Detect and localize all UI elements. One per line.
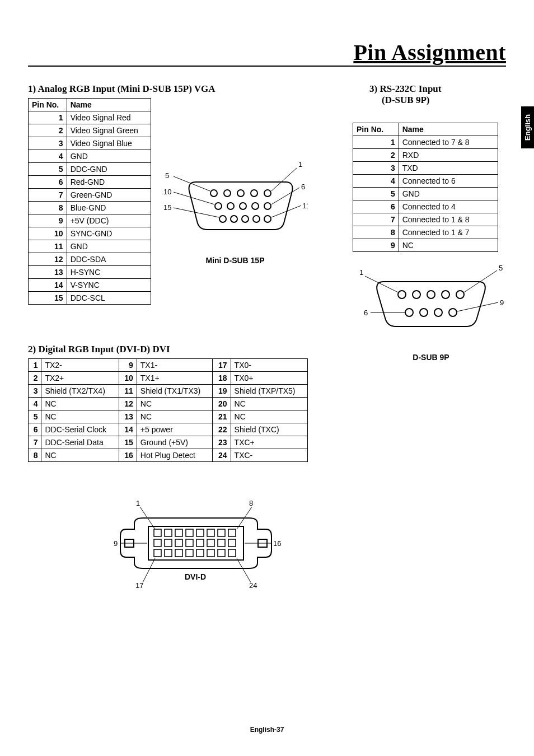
svg-text:1: 1 (298, 160, 302, 169)
pin-no: 13 (29, 266, 67, 279)
pin-no: 4 (29, 150, 67, 163)
pin-name: Shield (TX2/TX4) (41, 385, 119, 398)
table-row: 5DDC-GND (29, 163, 151, 176)
svg-point-2 (237, 190, 244, 197)
svg-rect-35 (228, 529, 236, 536)
pin-name: TX0- (231, 359, 307, 372)
table-row: 7Green-GND (29, 189, 151, 202)
svg-point-13 (253, 216, 260, 222)
pin-name: +5V (DDC) (67, 214, 151, 227)
pin-no: 12 (29, 253, 67, 266)
pin-name: V-SYNC (67, 279, 151, 292)
pin-no: 22 (213, 423, 231, 436)
pin-name: Video Signal Red (67, 111, 151, 124)
table-row: 9NC (353, 239, 498, 252)
svg-rect-50 (218, 549, 225, 557)
svg-rect-49 (207, 549, 214, 557)
pin-name: TX2+ (41, 372, 119, 385)
pin-name: Shield (TXP/TX5) (231, 385, 307, 398)
pin-no: 9 (353, 239, 399, 252)
pin-name: TX0+ (231, 372, 307, 385)
table-row: 11GND (29, 240, 151, 253)
pin-name: Shield (TX1/TX3) (137, 385, 213, 398)
pin-name: H-SYNC (67, 266, 151, 279)
dvi-d-diagram: 1 8 9 16 17 24 DVI-D (62, 496, 330, 593)
pin-no: 3 (353, 162, 399, 175)
table-row: 15DDC-SCL (29, 292, 151, 305)
svg-text:17: 17 (135, 581, 143, 590)
pin-name: NC (41, 398, 119, 410)
table-row: 7DDC-Serial Data15Ground (+5V)23TXC+ (29, 436, 308, 449)
table-row: 9+5V (DDC) (29, 214, 151, 227)
table-row: 3TXD (353, 162, 498, 175)
pin-no: 14 (29, 279, 67, 292)
pin-name: TXC- (231, 449, 307, 462)
pin-name: Green-GND (67, 189, 151, 202)
svg-point-5 (215, 203, 222, 209)
svg-point-73 (420, 309, 428, 316)
table-row: 4Connected to 6 (353, 175, 498, 188)
table-row: 4NC12NC20NC (29, 398, 308, 410)
table-row: 1Video Signal Red (29, 111, 151, 124)
col-name: Name (67, 99, 151, 111)
pin-name: NC (137, 398, 213, 410)
pin-no: 10 (119, 372, 137, 385)
pin-no: 17 (213, 359, 231, 372)
svg-text:1: 1 (136, 499, 140, 507)
svg-point-69 (427, 291, 435, 298)
table-header-row: Pin No. Name (29, 99, 151, 111)
table-row: 1TX2-9TX1-17TX0- (29, 359, 308, 372)
svg-point-70 (442, 291, 449, 298)
pin-name: TXD (399, 162, 498, 175)
pin-no: 11 (119, 385, 137, 398)
table-row: 8NC16Hot Plug Detect24TXC- (29, 449, 308, 462)
svg-rect-33 (207, 529, 214, 536)
svg-point-14 (264, 216, 271, 222)
pin-name: Connected to 1 & 7 (399, 226, 498, 239)
pin-name: TX1+ (137, 372, 213, 385)
svg-text:9: 9 (500, 298, 504, 307)
pin-no: 1 (29, 359, 41, 372)
pin-no: 8 (29, 449, 41, 462)
svg-rect-27 (148, 526, 243, 560)
svg-line-79 (457, 302, 498, 311)
section2-heading: 2) Digital RGB Input (DVI-D) DVI (28, 344, 330, 355)
col-pin-no: Pin No. (29, 99, 67, 111)
svg-text:6: 6 (301, 183, 305, 191)
pin-name: Connected to 7 & 8 (399, 136, 498, 149)
pin-no: 8 (29, 202, 67, 214)
pin-no: 7 (29, 436, 41, 449)
svg-line-58 (143, 558, 155, 582)
pin-no: 1 (29, 111, 67, 124)
svg-rect-31 (186, 529, 193, 536)
svg-point-7 (240, 203, 246, 209)
pin-no: 2 (29, 372, 41, 385)
pin-no: 24 (213, 449, 231, 462)
pin-name: NC (41, 410, 119, 423)
pin-name: Connected to 4 (399, 200, 498, 213)
pin-no: 13 (119, 410, 137, 423)
svg-text:DVI-D: DVI-D (185, 572, 206, 581)
svg-text:15: 15 (163, 203, 171, 212)
table-row: 2RXD (353, 149, 498, 162)
svg-point-11 (231, 216, 237, 222)
pin-no: 11 (29, 240, 67, 253)
svg-rect-34 (218, 529, 225, 536)
svg-text:16: 16 (273, 539, 281, 548)
pin-no: 19 (213, 385, 231, 398)
section1-heading: 1) Analog RGB Input (Mini D-SUB 15P) VGA (28, 83, 330, 95)
pin-name: +5 power (137, 423, 213, 436)
section3-heading: 3) RS-232C Input (D-SUB 9P) (369, 83, 509, 106)
table-row: 3Video Signal Blue (29, 137, 151, 150)
pin-name: DDC-SCL (67, 292, 151, 305)
pin-no: 1 (353, 136, 399, 149)
svg-point-0 (210, 190, 217, 197)
pin-no: 12 (119, 398, 137, 410)
svg-point-9 (264, 203, 271, 209)
mini-dsub-15p-diagram: 5 10 15 1 6 11 Mini D-SUB 15P (162, 148, 308, 265)
pin-name: DDC-SDA (67, 253, 151, 266)
table-row: 8Blue-GND (29, 202, 151, 214)
svg-rect-29 (165, 529, 172, 536)
pin-no: 23 (213, 436, 231, 449)
svg-text:9: 9 (114, 539, 118, 548)
